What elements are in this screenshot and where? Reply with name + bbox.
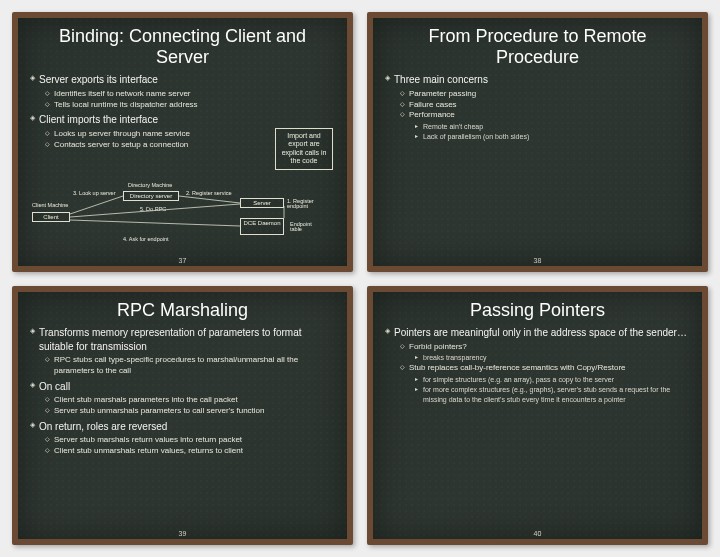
list-item: Client stub marshals parameters into the… — [45, 395, 335, 406]
slide-39: RPC Marshaling Transforms memory represe… — [12, 286, 353, 546]
bullet-text: Stub replaces call-by-reference semantic… — [409, 363, 626, 372]
slide-title: RPC Marshaling — [30, 300, 335, 321]
page-number: 40 — [373, 530, 702, 537]
page-number: 38 — [373, 257, 702, 264]
bullet-text: On return, roles are reversed — [39, 421, 167, 432]
slide-40: Passing Pointers Pointers are meaningful… — [367, 286, 708, 546]
list-item: Transforms memory representation of para… — [30, 326, 335, 377]
list-item: On call Client stub marshals parameters … — [30, 380, 335, 417]
list-item: Pointers are meaningful only in the addr… — [385, 326, 690, 404]
list-item: Identifies itself to network name server — [45, 89, 335, 100]
list-item: Stub replaces call-by-reference semantic… — [400, 363, 690, 404]
list-item: Tells local runtime its dispatcher addre… — [45, 100, 335, 111]
list-item: RPC stubs call type-specific procedures … — [45, 355, 335, 377]
note-box: Import and export are explicit calls in … — [275, 128, 333, 170]
bullet-list: Pointers are meaningful only in the addr… — [385, 326, 690, 404]
list-item: Lack of parallelism (on both sides) — [415, 132, 690, 142]
bullet-list: Three main concerns Parameter passing Fa… — [385, 73, 690, 141]
list-item: Remote ain't cheap — [415, 122, 690, 132]
page-number: 39 — [18, 530, 347, 537]
list-item: On return, roles are reversed Server stu… — [30, 420, 335, 457]
bullet-list: Transforms memory representation of para… — [30, 326, 335, 457]
list-item: Server stub marshals return values into … — [45, 435, 335, 446]
bullet-text: Pointers are meaningful only in the addr… — [394, 327, 687, 338]
list-item: Performance Remote ain't cheap Lack of p… — [400, 110, 690, 141]
bullet-text: Server exports its interface — [39, 74, 158, 85]
bullet-text: On call — [39, 381, 70, 392]
bullet-text: Client imports the interface — [39, 114, 158, 125]
bullet-text: Transforms memory representation of para… — [39, 327, 302, 352]
bullet-text: Three main concerns — [394, 74, 488, 85]
list-item: for more complex structures (e.g., graph… — [415, 385, 690, 405]
list-item: Client stub unmarshals return values, re… — [45, 446, 335, 457]
list-item: breaks transparency — [415, 353, 690, 363]
list-item: Server stub unmarshals parameters to cal… — [45, 406, 335, 417]
slide-grid: Binding: Connecting Client and Server Se… — [12, 12, 708, 545]
slide-title: Binding: Connecting Client and Server — [30, 26, 335, 67]
bullet-text: Performance — [409, 110, 455, 119]
list-item: Failure cases — [400, 100, 690, 111]
slide-37: Binding: Connecting Client and Server Se… — [12, 12, 353, 272]
slide-38: From Procedure to Remote Procedure Three… — [367, 12, 708, 272]
list-item: for simple structures (e.g. an array), p… — [415, 375, 690, 385]
list-item: Three main concerns Parameter passing Fa… — [385, 73, 690, 141]
page-number: 37 — [18, 257, 347, 264]
slide-title: From Procedure to Remote Procedure — [385, 26, 690, 67]
list-item: Server exports its interface Identifies … — [30, 73, 335, 110]
list-item: Parameter passing — [400, 89, 690, 100]
slide-title: Passing Pointers — [385, 300, 690, 321]
list-item: Forbid pointers? breaks transparency — [400, 342, 690, 364]
binding-diagram: Directory Machine Directory server Clien… — [28, 184, 337, 254]
diagram-lines — [28, 184, 328, 254]
bullet-text: Forbid pointers? — [409, 342, 467, 351]
